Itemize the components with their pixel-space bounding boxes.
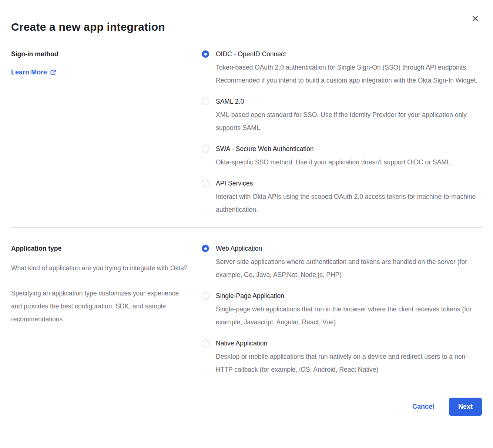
radio-api-services[interactable]: API Services <box>202 179 482 188</box>
signin-method-heading: Sign-in method <box>11 50 202 58</box>
radio-single-page-application[interactable]: Single-Page Application <box>202 291 482 300</box>
learn-more-label: Learn More <box>11 68 47 76</box>
signin-left-column: Sign-in method Learn More <box>11 50 202 76</box>
radio-swa[interactable]: SWA - Secure Web Authentication <box>202 144 482 153</box>
radio-button-icon <box>202 98 209 105</box>
signin-option-api-services: API Services Interact with Okta APIs usi… <box>202 179 482 216</box>
option-description: XML-based open standard for SSO. Use if … <box>216 108 482 134</box>
signin-options-list: OIDC - OpenID Connect Token-based OAuth … <box>202 50 482 216</box>
dialog-footer: Cancel Next <box>11 398 482 431</box>
apptype-option-spa: Single-Page Application Single-page web … <box>202 291 482 329</box>
option-label: OIDC - OpenID Connect <box>216 50 286 58</box>
radio-oidc[interactable]: OIDC - OpenID Connect <box>202 50 482 58</box>
apptype-option-native: Native Application Desktop or mobile app… <box>202 339 482 376</box>
radio-button-icon <box>202 50 209 58</box>
option-description: Server-side applications where authentic… <box>216 255 482 281</box>
radio-web-application[interactable]: Web Application <box>202 244 482 253</box>
radio-button-icon <box>202 340 209 347</box>
signin-option-swa: SWA - Secure Web Authentication Okta-spe… <box>202 144 482 169</box>
radio-button-icon <box>202 245 209 252</box>
apptype-option-web: Web Application Server-side applications… <box>202 244 482 281</box>
option-description: Interact with Okta APIs using the scoped… <box>216 190 482 216</box>
apptype-description-1: What kind of application are you trying … <box>11 262 189 275</box>
close-x-glyph <box>472 15 479 22</box>
radio-saml[interactable]: SAML 2.0 <box>202 97 482 106</box>
section-divider <box>11 227 482 228</box>
radio-native-application[interactable]: Native Application <box>202 339 482 348</box>
application-type-section: Application type What kind of applicatio… <box>11 244 482 376</box>
signin-option-oidc: OIDC - OpenID Connect Token-based OAuth … <box>202 50 482 87</box>
close-icon[interactable] <box>470 13 480 24</box>
signin-method-section: Sign-in method Learn More OIDC - OpenID … <box>11 50 482 216</box>
option-description: Okta-specific SSO method. Use if your ap… <box>216 156 482 169</box>
radio-button-icon <box>202 292 209 300</box>
option-label: SAML 2.0 <box>216 97 244 106</box>
application-type-heading: Application type <box>11 244 202 253</box>
option-label: Native Application <box>216 339 267 348</box>
radio-button-icon <box>202 180 209 187</box>
page-title: Create a new app integration <box>11 0 482 33</box>
external-link-icon <box>50 69 56 76</box>
cancel-button[interactable]: Cancel <box>412 403 434 411</box>
apptype-options-list: Web Application Server-side applications… <box>202 244 482 376</box>
radio-button-icon <box>202 145 209 153</box>
option-description: Desktop or mobile applications that run … <box>216 350 482 376</box>
option-label: Web Application <box>216 244 262 253</box>
apptype-description-2: Specifying an application type customize… <box>11 287 189 326</box>
signin-option-saml: SAML 2.0 XML-based open standard for SSO… <box>202 97 482 134</box>
create-app-integration-dialog: Create a new app integration Sign-in met… <box>0 0 493 448</box>
option-label: SWA - Secure Web Authentication <box>216 144 314 153</box>
apptype-left-column: Application type What kind of applicatio… <box>11 244 202 326</box>
next-button[interactable]: Next <box>449 398 482 416</box>
option-label: Single-Page Application <box>216 291 284 300</box>
learn-more-link[interactable]: Learn More <box>11 68 56 76</box>
option-label: API Services <box>216 179 253 188</box>
option-description: Single-page web applications that run in… <box>216 303 482 329</box>
option-description: Token-based OAuth 2.0 authentication for… <box>216 61 482 87</box>
